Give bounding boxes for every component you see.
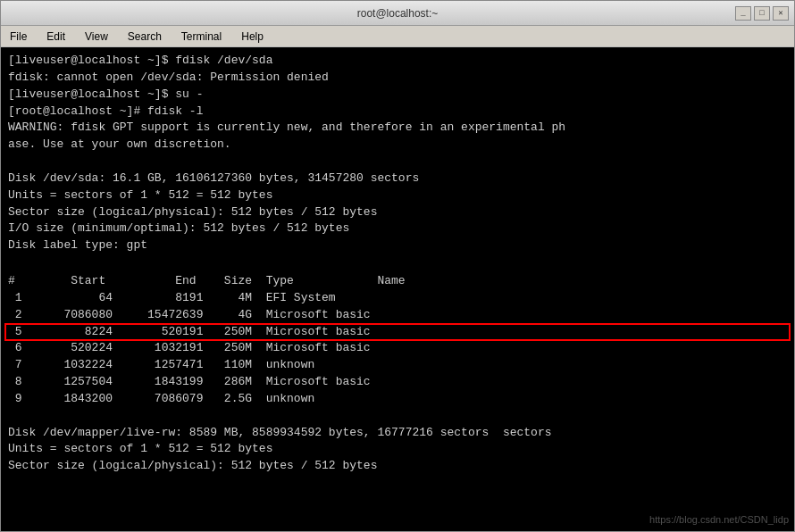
window-controls[interactable]: _ □ ✕	[735, 6, 789, 21]
table-row-8: 8 1257504 1843199 286M Microsoft basic	[8, 374, 787, 391]
watermark: https://blog.csdn.net/CSDN_lidp	[649, 513, 789, 528]
table-row-6: 6 520224 1032191 250M Microsoft basic	[8, 340, 787, 357]
window-title: root@localhost:~	[60, 7, 735, 20]
terminal-line-12: Disk label type: gpt	[8, 237, 787, 254]
maximize-button[interactable]: □	[754, 6, 770, 21]
terminal-body[interactable]: [liveuser@localhost ~]$ fdisk /dev/sda f…	[1, 47, 794, 531]
table-row-7: 7 1032224 1257471 110M unknown	[8, 357, 787, 374]
menu-search[interactable]: Search	[122, 29, 167, 45]
terminal-line-4: [root@localhost ~]# fdisk -l	[8, 104, 787, 121]
minimize-button[interactable]: _	[735, 6, 751, 21]
terminal-line-3: [liveuser@localhost ~]$ su -	[8, 87, 787, 104]
terminal-line-7	[8, 154, 787, 170]
terminal-footer-2: Disk /dev/mapper/live-rw: 8589 MB, 85899…	[8, 425, 787, 442]
terminal-line-13	[8, 254, 787, 271]
terminal-footer-1	[8, 408, 787, 425]
menubar: File Edit View Search Terminal Help	[1, 26, 794, 47]
menu-help[interactable]: Help	[236, 29, 269, 45]
menu-file[interactable]: File	[4, 29, 32, 45]
menu-terminal[interactable]: Terminal	[176, 29, 227, 45]
table-row-5-container: 5 8224 520191 250M Microsoft basic	[8, 324, 787, 341]
menu-view[interactable]: View	[80, 29, 113, 45]
table-row-9: 9 1843200 7086079 2.5G unknown	[8, 391, 787, 408]
menu-edit[interactable]: Edit	[41, 29, 71, 45]
partition-table: # Start End Size Type Name 1 64 8191 4M …	[8, 273, 787, 408]
terminal-line-2: fdisk: cannot open /dev/sda: Permission …	[8, 70, 787, 87]
terminal-line-11: I/O size (minimum/optimal): 512 bytes / …	[8, 220, 787, 237]
table-row-5: 5 8224 520191 250M Microsoft basic	[8, 324, 787, 341]
terminal-line-9: Units = sectors of 1 * 512 = 512 bytes	[8, 187, 787, 204]
terminal-line-10: Sector size (logical/physical): 512 byte…	[8, 204, 787, 221]
terminal-line-8: Disk /dev/sda: 16.1 GB, 16106127360 byte…	[8, 170, 787, 187]
table-header: # Start End Size Type Name	[8, 273, 787, 290]
terminal-footer-3: Units = sectors of 1 * 512 = 512 bytes	[8, 441, 787, 458]
table-row-2: 2 7086080 15472639 4G Microsoft basic	[8, 307, 787, 324]
terminal-line-6: ase. Use at your own discretion.	[8, 137, 787, 154]
terminal-line-5: WARNING: fdisk GPT support is currently …	[8, 120, 787, 137]
titlebar: root@localhost:~ _ □ ✕	[1, 1, 794, 26]
close-button[interactable]: ✕	[773, 6, 789, 21]
terminal-line-1: [liveuser@localhost ~]$ fdisk /dev/sda	[8, 53, 787, 70]
terminal-footer-4: Sector size (logical/physical): 512 byte…	[8, 458, 787, 475]
terminal-window: root@localhost:~ _ □ ✕ File Edit View Se…	[0, 0, 795, 532]
table-row-1: 1 64 8191 4M EFI System	[8, 290, 787, 307]
